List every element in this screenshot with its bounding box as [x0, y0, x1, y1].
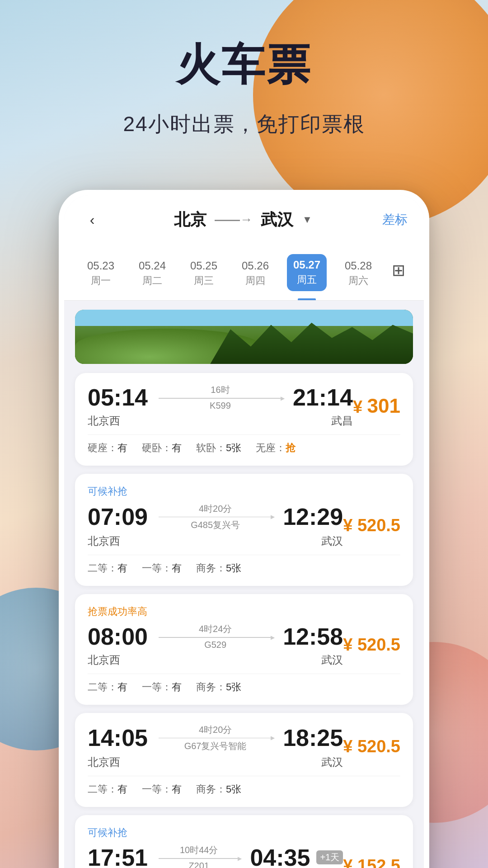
top-bar: ‹ 北京 ——→ 武汉 ▼ 差标 [64, 195, 424, 241]
card-times-g67: 14:05 4时20分 ▶ G67复兴号智能 [88, 724, 343, 753]
card-main-g529: 08:00 4时24分 ▶ G529 [88, 623, 400, 667]
arrive-time-section-z201: 04:35 +1天 [250, 846, 343, 868]
header-section: 火车票 24小时出票，免打印票根 [0, 0, 488, 138]
seat-second-g529: 二等：有 [88, 680, 127, 694]
seat-business-g485: 商务：5张 [196, 561, 241, 575]
card-left-k599: 05:14 16时 ▶ K599 [88, 384, 353, 428]
arrow-section-z201: 10时44分 ▶ Z201 [159, 844, 239, 868]
train-card-g529[interactable]: 抢票成功率高 08:00 4时24分 ▶ [75, 594, 413, 705]
price-g67: ¥ 520.5 [343, 737, 400, 756]
date-num-0526: 05.26 [233, 259, 277, 272]
depart-station-g529: 北京西 [88, 653, 120, 667]
card-tag-z201: 可候补抢 [88, 826, 400, 840]
date-tab-0525[interactable]: 05.25 周三 [178, 253, 230, 295]
train-card-g485[interactable]: 可候补抢 07:09 4时20分 ▶ [75, 474, 413, 586]
duration-z201: 10时44分 [180, 844, 218, 856]
card-main-g485: 07:09 4时20分 ▶ G485复兴号 [88, 503, 400, 549]
duration-g529: 4时24分 [199, 623, 232, 635]
duration-g485: 4时20分 [199, 503, 232, 515]
card-left-g529: 08:00 4时24分 ▶ G529 [88, 623, 343, 667]
arrive-time-k599: 21:14 [293, 386, 353, 409]
phone-container: ‹ 北京 ——→ 武汉 ▼ 差标 05.23 周一 [59, 190, 429, 868]
train-card-g67[interactable]: 14:05 4时20分 ▶ G67复兴号智能 [75, 713, 413, 807]
banner-trees [210, 321, 413, 364]
card-left-g67: 14:05 4时20分 ▶ G67复兴号智能 [88, 724, 343, 770]
arrive-time-g485: 12:29 [283, 505, 343, 528]
price-section-g529: ¥ 520.5 [343, 635, 400, 655]
card-main-z201: 17:51 10时44分 ▶ Z201 [88, 844, 400, 868]
date-tab-0527-active[interactable]: 05.27 周五 [281, 248, 333, 300]
card-tag-g529: 抢票成功率高 [88, 605, 400, 618]
main-title: 火车票 [0, 41, 488, 89]
card-left-z201: 17:51 10时44分 ▶ Z201 [88, 844, 343, 868]
depart-station-g485: 北京西 [88, 534, 120, 548]
date-tab-0523[interactable]: 05.23 周一 [75, 253, 127, 295]
depart-station-g67: 北京西 [88, 755, 120, 769]
card-tag-g485: 可候补抢 [88, 485, 400, 498]
arrow-section-k599: 16时 ▶ K599 [159, 384, 282, 411]
arrow-section-g485: 4时20分 ▶ G485复兴号 [159, 503, 272, 532]
card-stations-g485: 北京西 武汉 [88, 534, 343, 548]
trainnum-g67: G67复兴号智能 [184, 740, 247, 752]
banner-landscape [75, 310, 413, 364]
card-times-g529: 08:00 4时24分 ▶ G529 [88, 623, 343, 650]
card-seats-g485: 二等：有 一等：有 商务：5张 [88, 555, 400, 575]
date-day-0526: 周四 [233, 274, 277, 288]
date-num-0524: 05.24 [130, 259, 174, 272]
phone-inner: ‹ 北京 ——→ 武汉 ▼ 差标 05.23 周一 [64, 195, 424, 868]
card-times-k599: 05:14 16时 ▶ K599 [88, 384, 353, 411]
depart-time-g67: 14:05 [88, 726, 148, 750]
card-stations-g529: 北京西 武汉 [88, 653, 343, 667]
price-section-g67: ¥ 520.5 [343, 737, 400, 756]
date-tab-0528[interactable]: 05.28 周六 [333, 253, 384, 295]
app-content: ‹ 北京 ——→ 武汉 ▼ 差标 05.23 周一 [64, 195, 424, 868]
seat-noseat-k599: 无座：抢 [256, 441, 296, 455]
calendar-icon-wrap[interactable]: ⊞ [384, 261, 413, 287]
arrow-section-g67: 4时20分 ▶ G67复兴号智能 [159, 724, 272, 753]
card-stations-g67: 北京西 武汉 [88, 755, 343, 769]
date-tab-0524[interactable]: 05.24 周二 [127, 253, 178, 295]
train-card-z201[interactable]: 可候补抢 17:51 10时44分 ▶ [75, 815, 413, 868]
trainnum-g529: G529 [204, 640, 226, 650]
arrive-station-g485: 武汉 [321, 534, 343, 548]
seat-hardsleep-k599: 硬卧：有 [142, 441, 182, 455]
back-button[interactable]: ‹ [80, 208, 104, 231]
subtitle: 24小时出票，免打印票根 [0, 110, 488, 138]
trainnum-z201: Z201 [188, 861, 209, 868]
next-day-badge-z201: +1天 [316, 850, 343, 864]
seat-hardchair-k599: 硬座：有 [88, 441, 127, 455]
depart-time-g529: 08:00 [88, 625, 148, 648]
price-z201: ¥ 152.5 [343, 856, 400, 868]
trainnum-k599: K599 [210, 401, 231, 411]
seat-first-g485: 一等：有 [142, 561, 182, 575]
date-day-0528: 周六 [336, 274, 380, 288]
calendar-icon[interactable]: ⊞ [392, 261, 405, 280]
date-tab-0526[interactable]: 05.26 周四 [230, 253, 281, 295]
seat-business-g67: 商务：5张 [196, 783, 241, 796]
duration-g67: 4时20分 [199, 724, 232, 736]
seat-business-g529: 商务：5张 [196, 680, 241, 694]
date-num-0523: 05.23 [79, 259, 123, 272]
arrive-station-g67: 武汉 [321, 755, 343, 769]
date-day-0524: 周二 [130, 274, 174, 288]
diff-label[interactable]: 差标 [382, 211, 408, 228]
arrive-time-g529: 12:58 [283, 625, 343, 648]
arrive-time-g67: 18:25 [283, 726, 343, 750]
route-dropdown-icon[interactable]: ▼ [302, 214, 312, 226]
trainnum-g485: G485复兴号 [191, 519, 240, 531]
duration-k599: 16时 [211, 384, 230, 396]
price-section-g485: ¥ 520.5 [343, 516, 400, 535]
price-section-k599: ¥ 301 [353, 395, 400, 417]
card-seats-g67: 二等：有 一等：有 商务：5张 [88, 776, 400, 796]
depart-time-g485: 07:09 [88, 505, 148, 528]
route-arrow-text: ——→ [215, 212, 253, 227]
seat-second-g67: 二等：有 [88, 783, 127, 796]
depart-time-z201: 17:51 [88, 846, 148, 868]
train-card-k599[interactable]: 05:14 16时 ▶ K599 [75, 373, 413, 466]
card-seats-g529: 二等：有 一等：有 商务：5张 [88, 674, 400, 694]
phone-mockup: ‹ 北京 ——→ 武汉 ▼ 差标 05.23 周一 [59, 190, 429, 868]
arrow-section-g529: 4时24分 ▶ G529 [159, 623, 272, 650]
route-from: 北京 [174, 209, 206, 231]
price-g529: ¥ 520.5 [343, 635, 400, 655]
card-main-k599: 05:14 16时 ▶ K599 [88, 384, 400, 428]
